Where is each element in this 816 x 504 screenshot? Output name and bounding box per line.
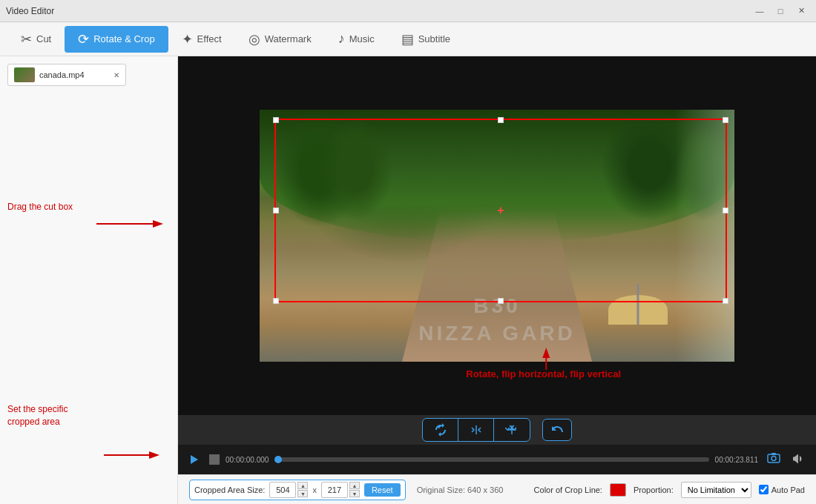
minimize-button[interactable]: — [751, 4, 769, 19]
crop-width-input[interactable] [269, 482, 296, 498]
crop-width-up[interactable]: ▲ [297, 482, 308, 489]
crop-width-input-group: ▲ ▼ [269, 482, 308, 498]
proportion-label: Proportion: [634, 485, 674, 494]
title-bar: Video Editor — □ ✕ [0, 0, 816, 22]
tab-watermark[interactable]: ◎ Watermark [235, 26, 325, 53]
annotation-rotate-text: Rotate, flip horizontal, flip vertical [466, 368, 621, 379]
time-start: 00:00:00.000 [226, 456, 269, 464]
sidebar: canada.mp4 ✕ Drag the cut box Set the sp… [0, 56, 178, 504]
autopad-group: Auto Pad [759, 485, 805, 494]
svg-marker-1 [153, 220, 163, 228]
svg-marker-6 [191, 455, 198, 464]
music-icon: ♪ [338, 31, 345, 47]
crop-line-color-swatch[interactable] [610, 483, 626, 497]
crop-height-spinner: ▲ ▼ [349, 482, 360, 497]
tab-cut-label: Cut [36, 33, 51, 44]
timeline-track[interactable] [274, 457, 708, 462]
crop-height-input[interactable] [321, 482, 348, 498]
annotation-drag-text: Drag the cut box [7, 201, 73, 213]
tab-bar: ✂ Cut ⟳ Rotate & Crop ✦ Effect ◎ Waterma… [0, 22, 816, 56]
controls-bar [178, 415, 816, 445]
tab-watermark-label: Watermark [265, 33, 312, 44]
svg-marker-5 [542, 348, 550, 358]
original-size-label: Original Size: 640 x 360 [417, 485, 504, 494]
tab-music-label: Music [349, 33, 375, 44]
maximize-button[interactable]: □ [771, 4, 789, 19]
crop-size-group: Cropped Area Size: ▲ ▼ x ▲ ▼ Reset [189, 480, 406, 500]
tab-effect-label: Effect [197, 33, 222, 44]
volume-button[interactable] [789, 450, 809, 469]
rotate-crop-icon: ⟳ [78, 31, 89, 47]
file-thumbnail [14, 67, 35, 82]
file-close-icon[interactable]: ✕ [113, 71, 119, 79]
video-watermark-text: B30 NIZZA GARD [418, 293, 576, 347]
timeline-thumb [274, 456, 282, 463]
annotation-crop-text: Set the specificcropped area [7, 403, 68, 428]
tab-music[interactable]: ♪ Music [325, 26, 388, 53]
svg-rect-9 [771, 453, 776, 455]
drag-arrow [96, 218, 163, 230]
file-name: canada.mp4 [39, 70, 109, 79]
autopad-label: Auto Pad [771, 485, 805, 494]
app-title: Video Editor [6, 6, 751, 16]
rotate-button[interactable] [423, 419, 458, 441]
crop-size-label: Cropped Area Size: [194, 485, 265, 494]
play-button[interactable] [185, 451, 203, 468]
tab-cut[interactable]: ✂ Cut [7, 26, 65, 53]
size-separator: x [312, 485, 317, 494]
autopad-checkbox[interactable] [759, 485, 769, 494]
tab-subtitle-label: Subtitle [418, 33, 450, 44]
crop-options-panel: Cropped Area Size: ▲ ▼ x ▲ ▼ Reset [178, 474, 816, 504]
tab-rotate-crop[interactable]: ⟳ Rotate & Crop [65, 26, 168, 53]
video-background: B30 NIZZA GARD [260, 110, 734, 362]
tab-rotate-crop-label: Rotate & Crop [93, 33, 154, 44]
timeline-bar: 00:00:00.000 00:00:23.811 [178, 445, 816, 474]
svg-point-8 [771, 457, 776, 461]
subtitle-icon: ▤ [401, 31, 414, 47]
right-options: Color of Crop Line: Proportion: No Limit… [534, 482, 805, 498]
video-frame: B30 NIZZA GARD + [260, 110, 734, 362]
tab-effect[interactable]: ✦ Effect [168, 26, 235, 53]
snapshot-button[interactable] [764, 450, 783, 469]
cut-icon: ✂ [21, 31, 32, 47]
flip-horizontal-button[interactable] [458, 419, 494, 441]
time-end: 00:00:23.811 [715, 456, 758, 464]
stop-button[interactable] [209, 454, 220, 465]
flip-vertical-button[interactable] [494, 419, 530, 441]
svg-marker-3 [149, 451, 159, 459]
effect-icon: ✦ [182, 31, 193, 47]
crop-arrow [104, 449, 159, 461]
undo-button[interactable] [542, 419, 572, 441]
file-tab[interactable]: canada.mp4 ✕ [7, 64, 126, 86]
reset-button[interactable]: Reset [364, 483, 401, 497]
crop-height-up[interactable]: ▲ [349, 482, 360, 489]
rotate-flip-group [422, 418, 530, 442]
tab-subtitle[interactable]: ▤ Subtitle [388, 26, 464, 53]
crop-height-input-group: ▲ ▼ [321, 482, 360, 498]
color-of-crop-line-label: Color of Crop Line: [534, 485, 602, 494]
svg-rect-7 [768, 454, 780, 462]
proportion-select[interactable]: No Limitation 4:3 16:9 1:1 3:4 9:16 [681, 482, 751, 498]
main-layout: canada.mp4 ✕ Drag the cut box Set the sp… [0, 56, 816, 504]
crop-width-spinner: ▲ ▼ [297, 482, 308, 497]
video-preview: B30 NIZZA GARD + [178, 56, 816, 415]
video-area: B30 NIZZA GARD + [178, 56, 816, 504]
window-controls: — □ ✕ [751, 4, 810, 19]
close-button[interactable]: ✕ [792, 4, 810, 19]
crop-width-down[interactable]: ▼ [297, 490, 308, 497]
crop-height-down[interactable]: ▼ [349, 490, 360, 497]
watermark-icon: ◎ [249, 31, 260, 47]
